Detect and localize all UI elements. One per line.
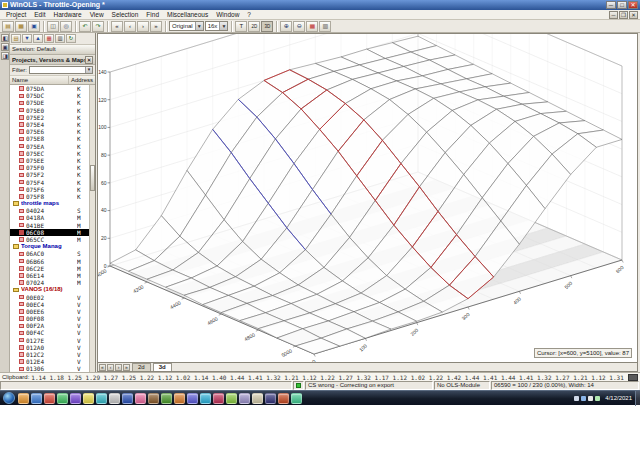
child-minimize-button[interactable]: ─ bbox=[609, 11, 618, 19]
taskbar-app-12[interactable] bbox=[161, 393, 172, 404]
tab-nav-1[interactable]: ‹ bbox=[107, 364, 114, 371]
zoom-out-icon[interactable]: ⊖ bbox=[293, 21, 305, 32]
map-row[interactable]: 012C2V bbox=[10, 351, 89, 358]
menu-item-view[interactable]: View bbox=[86, 10, 108, 20]
close-button[interactable]: ✕ bbox=[628, 1, 638, 9]
column-address[interactable]: Address bbox=[69, 76, 95, 84]
show-desktop-button[interactable] bbox=[635, 391, 640, 406]
new-project-icon[interactable]: ▤ bbox=[2, 21, 14, 32]
taskbar-app-13[interactable] bbox=[174, 393, 185, 404]
map-row[interactable]: 075EAK bbox=[10, 143, 89, 150]
panel-map-icon[interactable]: ▦ bbox=[44, 34, 54, 43]
map-row[interactable]: 00F08V bbox=[10, 315, 89, 322]
map-row[interactable]: 00EC4V bbox=[10, 301, 89, 308]
map-row[interactable]: 075DCK bbox=[10, 92, 89, 99]
map-row[interactable]: 075F0K bbox=[10, 164, 89, 171]
filter-dropdown[interactable]: ▼ bbox=[29, 66, 93, 74]
panel-list-icon[interactable]: ▥ bbox=[55, 34, 65, 43]
menu-item-find[interactable]: Find bbox=[142, 10, 163, 20]
map-row[interactable]: 06E14M bbox=[10, 272, 89, 279]
tray-icon-1[interactable] bbox=[574, 396, 579, 401]
panel-refresh-icon[interactable]: ↻ bbox=[66, 34, 76, 43]
taskbar-app-6[interactable] bbox=[83, 393, 94, 404]
throttle-map-3d-chart[interactable]: 0204060801001201404000420044004600480050… bbox=[98, 34, 637, 362]
menu-item-hardware[interactable]: Hardware bbox=[49, 10, 85, 20]
map-row[interactable]: 0418AM bbox=[10, 214, 89, 221]
start-button[interactable] bbox=[3, 392, 15, 404]
child-restore-button[interactable]: ❐ bbox=[619, 11, 628, 19]
taskbar-app-14[interactable] bbox=[187, 393, 198, 404]
menu-item-window[interactable]: Window bbox=[212, 10, 243, 20]
map-row[interactable]: 041BEM bbox=[10, 222, 89, 229]
dock-info-icon[interactable]: ◨ bbox=[1, 52, 9, 60]
panel-export-icon[interactable]: ▲ bbox=[33, 34, 43, 43]
chevron-down-icon[interactable]: ▼ bbox=[195, 22, 203, 30]
map-row[interactable]: 00E02V bbox=[10, 293, 89, 300]
panel-import-icon[interactable]: ▼ bbox=[22, 34, 32, 43]
menu-item-miscellaneous[interactable]: Miscellaneous bbox=[163, 10, 212, 20]
tab-nav-0[interactable]: « bbox=[99, 364, 106, 371]
menu-item-project[interactable]: Project bbox=[2, 10, 30, 20]
map-row[interactable]: 06B66M bbox=[10, 258, 89, 265]
map-folder-row[interactable]: throttle maps bbox=[10, 200, 89, 207]
chevron-down-icon[interactable]: ▼ bbox=[219, 22, 227, 30]
taskbar-app-16[interactable] bbox=[213, 393, 224, 404]
map-row[interactable]: 06C2EM bbox=[10, 265, 89, 272]
panel-close-icon[interactable]: ✕ bbox=[85, 56, 93, 64]
map-row[interactable]: 075E6K bbox=[10, 128, 89, 135]
map-row[interactable]: 075E4K bbox=[10, 121, 89, 128]
tray-icon-4[interactable] bbox=[595, 396, 600, 401]
column-name[interactable]: Name bbox=[10, 76, 69, 84]
tray-clock[interactable]: 4/12/2021 bbox=[602, 391, 635, 406]
maximize-button[interactable]: □ bbox=[617, 1, 627, 9]
menu-item-edit[interactable]: Edit bbox=[30, 10, 49, 20]
map-row[interactable]: 01306V bbox=[10, 365, 89, 372]
taskbar-app-21[interactable] bbox=[278, 393, 289, 404]
tab-3d[interactable]: 3d bbox=[153, 363, 172, 371]
menu-item-help[interactable]: ? bbox=[243, 10, 255, 20]
map-row[interactable]: 00EE6V bbox=[10, 308, 89, 315]
taskbar-app-4[interactable] bbox=[57, 393, 68, 404]
map-row[interactable]: 075E0K bbox=[10, 107, 89, 114]
taskbar-app-17[interactable] bbox=[226, 393, 237, 404]
open-project-icon[interactable]: ▦ bbox=[15, 21, 27, 32]
taskbar-app-11[interactable] bbox=[148, 393, 159, 404]
version-combo[interactable]: Original▼ bbox=[169, 21, 204, 31]
map-row[interactable]: 07024M bbox=[10, 279, 89, 286]
undo-icon[interactable]: ↶ bbox=[79, 21, 91, 32]
scrollbar-thumb[interactable] bbox=[90, 165, 95, 191]
taskbar-app-5[interactable] bbox=[70, 393, 81, 404]
map-row[interactable]: 075F4K bbox=[10, 178, 89, 185]
session-bar[interactable]: Session: Default bbox=[10, 45, 95, 55]
map-folder-row[interactable]: Torque Manag bbox=[10, 243, 89, 250]
map-row[interactable]: 075DAK bbox=[10, 85, 89, 92]
taskbar-app-7[interactable] bbox=[96, 393, 107, 404]
map-row[interactable]: 00F4CV bbox=[10, 329, 89, 336]
tray-icon-2[interactable] bbox=[581, 396, 586, 401]
map-row[interactable]: 06AC0S bbox=[10, 250, 89, 257]
tray-icon-3[interactable] bbox=[588, 396, 593, 401]
chevron-down-icon[interactable]: ▼ bbox=[85, 67, 92, 73]
print-icon[interactable]: ◫ bbox=[47, 21, 59, 32]
map-row[interactable]: 065CCM bbox=[10, 236, 89, 243]
taskbar-app-10[interactable] bbox=[135, 393, 146, 404]
tab-nav-3[interactable]: » bbox=[123, 364, 130, 371]
taskbar-app-9[interactable] bbox=[122, 393, 133, 404]
map-folder-row[interactable]: VANOS (16/18) bbox=[10, 286, 89, 293]
map-row[interactable]: 04024S bbox=[10, 207, 89, 214]
view-text-icon[interactable]: T bbox=[235, 21, 247, 32]
dock-hexdump-icon[interactable]: ▣ bbox=[1, 43, 9, 51]
save-icon[interactable]: ▣ bbox=[28, 21, 40, 32]
taskbar-app-18[interactable] bbox=[239, 393, 250, 404]
prev-version-icon[interactable]: ‹ bbox=[124, 21, 136, 32]
first-version-icon[interactable]: « bbox=[111, 21, 123, 32]
zoom-in-icon[interactable]: ⊕ bbox=[280, 21, 292, 32]
last-version-icon[interactable]: » bbox=[150, 21, 162, 32]
map-row[interactable]: 075E8K bbox=[10, 135, 89, 142]
map-row[interactable]: 075F2K bbox=[10, 171, 89, 178]
taskbar-app-3[interactable] bbox=[44, 393, 55, 404]
dock-project-icon[interactable]: ◧ bbox=[1, 34, 9, 42]
redo-icon[interactable]: ↷ bbox=[92, 21, 104, 32]
map-row[interactable]: 06C08M bbox=[10, 229, 89, 236]
taskbar-app-1[interactable] bbox=[18, 393, 29, 404]
